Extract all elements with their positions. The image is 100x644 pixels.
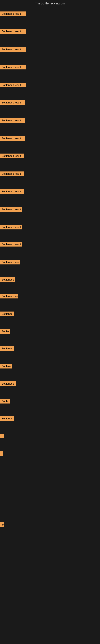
bottleneck-result-item[interactable]: Bottleneck result xyxy=(0,172,24,176)
bottleneck-result-item[interactable]: Bottleneck result xyxy=(0,118,25,123)
bottleneck-result-item[interactable]: Bottleneck xyxy=(0,277,15,282)
bottleneck-result-item[interactable]: Bottlene xyxy=(0,364,12,368)
bottleneck-result-item[interactable]: Bottlenec xyxy=(0,416,14,421)
site-title: TheBottlenecker.com xyxy=(0,0,100,8)
bottleneck-result-item[interactable]: Bottlenec xyxy=(0,312,14,316)
bottleneck-result-item[interactable]: Bottleneck resul xyxy=(0,260,20,264)
bottleneck-result-item[interactable]: Bottleneck result xyxy=(0,83,26,87)
bottleneck-result-item[interactable]: Bottleneck result xyxy=(0,136,25,141)
bottleneck-result-item[interactable]: Bottle xyxy=(0,399,10,404)
bottleneck-result-item[interactable]: Bottleneck result xyxy=(0,189,24,194)
bottleneck-result-item[interactable]: Bottleneck result xyxy=(0,47,26,52)
bottleneck-result-item[interactable]: Bottleneck result xyxy=(0,29,26,34)
bottleneck-result-item[interactable]: B xyxy=(0,434,3,438)
bottleneck-result-item[interactable]: Bottleneck result xyxy=(0,65,26,70)
bottleneck-result-item[interactable]: Bottleneck result xyxy=(0,12,26,16)
bottleneck-result-item[interactable]: Bottleneck result xyxy=(0,207,22,212)
bottleneck-result-item[interactable]: Bottleneck r xyxy=(0,381,16,386)
bottleneck-result-item[interactable]: Bottleneck result xyxy=(0,154,24,158)
bottleneck-result-item[interactable]: Bottler xyxy=(0,329,10,334)
bottleneck-result-item[interactable]: Bottleneck result xyxy=(0,242,22,246)
bottleneck-result-item[interactable]: Bottleneck result xyxy=(0,100,25,105)
bottleneck-result-item[interactable]: Bo xyxy=(0,522,4,527)
bottleneck-result-item[interactable]: Bottleneck result xyxy=(0,225,22,230)
bottleneck-result-item[interactable]: Bottlenec xyxy=(0,346,14,351)
bottleneck-result-item[interactable]: Bottleneck res xyxy=(0,294,18,298)
bottleneck-result-item[interactable]: | xyxy=(0,452,3,456)
